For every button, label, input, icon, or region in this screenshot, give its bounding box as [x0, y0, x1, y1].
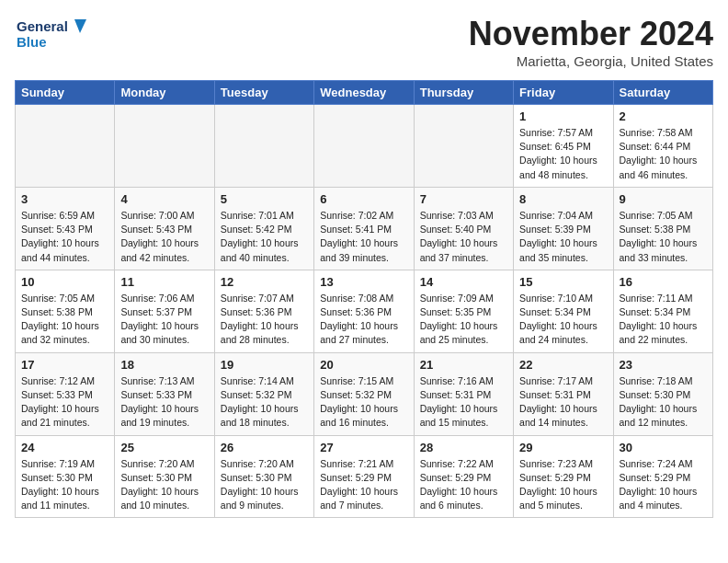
day-number: 4: [120, 192, 208, 206]
day-info: Sunrise: 7:03 AM Sunset: 5:40 PM Dayligh…: [420, 209, 507, 265]
day-number: 6: [320, 192, 407, 206]
svg-text:Blue: Blue: [17, 34, 47, 50]
calendar-cell: 12Sunrise: 7:07 AM Sunset: 5:36 PM Dayli…: [214, 270, 313, 352]
calendar-cell: 2Sunrise: 7:58 AM Sunset: 6:44 PM Daylig…: [613, 105, 712, 188]
day-info: Sunrise: 7:22 AM Sunset: 5:29 PM Dayligh…: [420, 457, 507, 513]
day-info: Sunrise: 7:00 AM Sunset: 5:43 PM Dayligh…: [120, 209, 208, 265]
day-info: Sunrise: 7:09 AM Sunset: 5:35 PM Dayligh…: [420, 292, 507, 348]
day-info: Sunrise: 7:10 AM Sunset: 5:34 PM Dayligh…: [519, 292, 607, 348]
day-info: Sunrise: 7:57 AM Sunset: 6:45 PM Dayligh…: [519, 126, 607, 182]
day-number: 23: [620, 358, 707, 372]
calendar-cell: 1Sunrise: 7:57 AM Sunset: 6:45 PM Daylig…: [514, 105, 613, 188]
day-number: 7: [420, 192, 507, 206]
day-number: 20: [320, 358, 407, 372]
calendar-cell: 30Sunrise: 7:24 AM Sunset: 5:29 PM Dayli…: [613, 435, 712, 518]
calendar-cell: 17Sunrise: 7:12 AM Sunset: 5:33 PM Dayli…: [16, 352, 115, 435]
day-number: 24: [21, 441, 108, 454]
calendar-cell: 3Sunrise: 6:59 AM Sunset: 5:43 PM Daylig…: [16, 187, 115, 270]
month-title: November 2024: [469, 15, 713, 53]
day-info: Sunrise: 7:06 AM Sunset: 5:37 PM Dayligh…: [120, 292, 208, 348]
page-header: GeneralBlue November 2024 Marietta, Geor…: [15, 15, 713, 69]
day-info: Sunrise: 7:01 AM Sunset: 5:42 PM Dayligh…: [221, 209, 308, 265]
calendar-cell: 21Sunrise: 7:16 AM Sunset: 5:31 PM Dayli…: [414, 352, 513, 435]
day-number: 3: [21, 192, 108, 206]
calendar-cell: 25Sunrise: 7:20 AM Sunset: 5:30 PM Dayli…: [115, 435, 214, 518]
calendar-cell: 20Sunrise: 7:15 AM Sunset: 5:32 PM Dayli…: [314, 352, 414, 435]
week-row-1: 1Sunrise: 7:57 AM Sunset: 6:45 PM Daylig…: [16, 105, 713, 188]
calendar-cell: [115, 105, 214, 188]
calendar-cell: 4Sunrise: 7:00 AM Sunset: 5:43 PM Daylig…: [115, 187, 214, 270]
day-number: 29: [519, 441, 607, 454]
calendar-cell: 23Sunrise: 7:18 AM Sunset: 5:30 PM Dayli…: [613, 352, 712, 435]
calendar-cell: 6Sunrise: 7:02 AM Sunset: 5:41 PM Daylig…: [314, 187, 414, 270]
day-info: Sunrise: 7:23 AM Sunset: 5:29 PM Dayligh…: [519, 457, 607, 513]
day-number: 18: [120, 358, 208, 372]
day-info: Sunrise: 7:18 AM Sunset: 5:30 PM Dayligh…: [620, 374, 707, 431]
svg-marker-2: [74, 19, 86, 33]
weekday-header-tuesday: Tuesday: [214, 81, 313, 105]
day-info: Sunrise: 7:04 AM Sunset: 5:39 PM Dayligh…: [519, 209, 607, 265]
day-info: Sunrise: 7:15 AM Sunset: 5:32 PM Dayligh…: [320, 374, 407, 431]
day-info: Sunrise: 7:11 AM Sunset: 5:34 PM Dayligh…: [620, 292, 707, 348]
calendar-cell: [414, 105, 513, 188]
calendar-cell: 9Sunrise: 7:05 AM Sunset: 5:38 PM Daylig…: [613, 187, 712, 270]
day-number: 26: [221, 441, 308, 454]
day-info: Sunrise: 7:07 AM Sunset: 5:36 PM Dayligh…: [221, 292, 308, 348]
calendar-cell: 27Sunrise: 7:21 AM Sunset: 5:29 PM Dayli…: [314, 435, 414, 518]
calendar-cell: 14Sunrise: 7:09 AM Sunset: 5:35 PM Dayli…: [414, 270, 513, 352]
logo: GeneralBlue: [15, 15, 88, 52]
title-block: November 2024 Marietta, Georgia, United …: [469, 15, 713, 69]
calendar-cell: [16, 105, 115, 188]
calendar-cell: 5Sunrise: 7:01 AM Sunset: 5:42 PM Daylig…: [214, 187, 313, 270]
day-number: 19: [221, 358, 308, 372]
calendar-cell: 16Sunrise: 7:11 AM Sunset: 5:34 PM Dayli…: [613, 270, 712, 352]
day-info: Sunrise: 7:16 AM Sunset: 5:31 PM Dayligh…: [420, 374, 507, 431]
calendar-cell: 26Sunrise: 7:20 AM Sunset: 5:30 PM Dayli…: [214, 435, 313, 518]
day-info: Sunrise: 6:59 AM Sunset: 5:43 PM Dayligh…: [21, 209, 108, 265]
day-info: Sunrise: 7:13 AM Sunset: 5:33 PM Dayligh…: [120, 374, 208, 431]
day-info: Sunrise: 7:17 AM Sunset: 5:31 PM Dayligh…: [519, 374, 607, 431]
calendar-cell: [214, 105, 313, 188]
day-number: 15: [519, 275, 607, 289]
logo-icon: GeneralBlue: [15, 15, 88, 52]
day-info: Sunrise: 7:02 AM Sunset: 5:41 PM Dayligh…: [320, 209, 407, 265]
calendar-cell: 28Sunrise: 7:22 AM Sunset: 5:29 PM Dayli…: [414, 435, 513, 518]
weekday-header-wednesday: Wednesday: [314, 81, 414, 105]
day-number: 30: [620, 441, 707, 454]
day-number: 1: [519, 109, 607, 123]
calendar-cell: 22Sunrise: 7:17 AM Sunset: 5:31 PM Dayli…: [514, 352, 613, 435]
day-info: Sunrise: 7:21 AM Sunset: 5:29 PM Dayligh…: [320, 457, 407, 513]
day-info: Sunrise: 7:12 AM Sunset: 5:33 PM Dayligh…: [21, 374, 108, 431]
day-number: 11: [120, 275, 208, 289]
calendar: SundayMondayTuesdayWednesdayThursdayFrid…: [15, 80, 713, 518]
calendar-cell: 15Sunrise: 7:10 AM Sunset: 5:34 PM Dayli…: [514, 270, 613, 352]
day-info: Sunrise: 7:05 AM Sunset: 5:38 PM Dayligh…: [620, 209, 707, 265]
day-number: 8: [519, 192, 607, 206]
day-number: 27: [320, 441, 407, 454]
day-info: Sunrise: 7:20 AM Sunset: 5:30 PM Dayligh…: [120, 457, 208, 513]
day-info: Sunrise: 7:05 AM Sunset: 5:38 PM Dayligh…: [21, 292, 108, 348]
weekday-header-monday: Monday: [115, 81, 214, 105]
calendar-cell: 24Sunrise: 7:19 AM Sunset: 5:30 PM Dayli…: [16, 435, 115, 518]
week-row-5: 24Sunrise: 7:19 AM Sunset: 5:30 PM Dayli…: [16, 435, 713, 518]
day-number: 17: [21, 358, 108, 372]
day-info: Sunrise: 7:24 AM Sunset: 5:29 PM Dayligh…: [620, 457, 707, 513]
calendar-cell: [314, 105, 414, 188]
weekday-header-friday: Friday: [514, 81, 613, 105]
calendar-cell: 11Sunrise: 7:06 AM Sunset: 5:37 PM Dayli…: [115, 270, 214, 352]
day-number: 22: [519, 358, 607, 372]
day-number: 14: [420, 275, 507, 289]
day-number: 13: [320, 275, 407, 289]
location: Marietta, Georgia, United States: [469, 53, 713, 69]
day-number: 21: [420, 358, 507, 372]
day-number: 9: [620, 192, 707, 206]
day-info: Sunrise: 7:19 AM Sunset: 5:30 PM Dayligh…: [21, 457, 108, 513]
week-row-3: 10Sunrise: 7:05 AM Sunset: 5:38 PM Dayli…: [16, 270, 713, 352]
day-number: 28: [420, 441, 507, 454]
weekday-header-saturday: Saturday: [613, 81, 712, 105]
calendar-cell: 19Sunrise: 7:14 AM Sunset: 5:32 PM Dayli…: [214, 352, 313, 435]
day-info: Sunrise: 7:58 AM Sunset: 6:44 PM Dayligh…: [620, 126, 707, 182]
day-number: 5: [221, 192, 308, 206]
week-row-2: 3Sunrise: 6:59 AM Sunset: 5:43 PM Daylig…: [16, 187, 713, 270]
day-info: Sunrise: 7:20 AM Sunset: 5:30 PM Dayligh…: [221, 457, 308, 513]
